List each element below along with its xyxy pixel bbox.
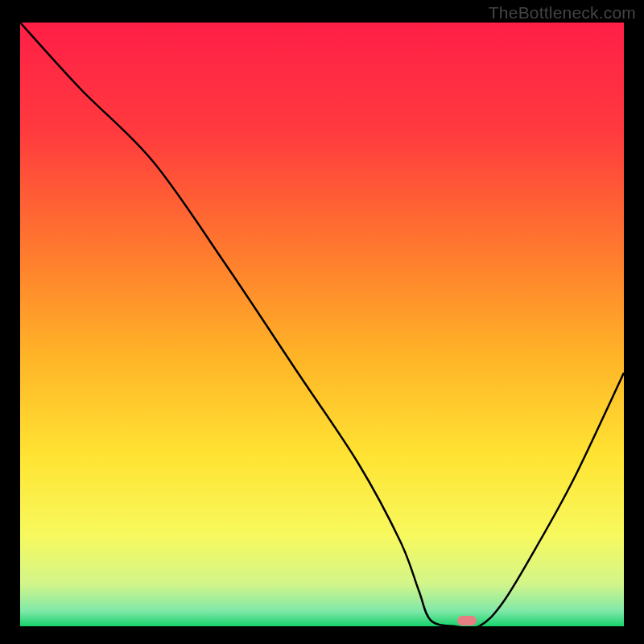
watermark-text: TheBottleneck.com — [489, 3, 636, 23]
plot-area — [20, 23, 624, 626]
bottleneck-curve — [20, 23, 624, 626]
curve-line — [20, 23, 624, 626]
optimum-marker — [457, 616, 477, 625]
chart-container: TheBottleneck.com — [0, 0, 644, 644]
